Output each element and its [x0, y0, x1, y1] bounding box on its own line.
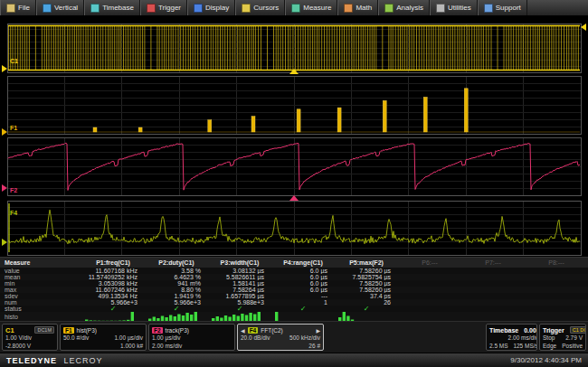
c1-label: C1 [5, 326, 14, 334]
measure-row: value11.607168 kHz3.58 %3.08132 µs6.0 µs… [0, 268, 588, 274]
measure-row: min3.053098 kHz941 m%1.58141 µs6.0 µs7.5… [0, 280, 588, 287]
histogram-sparkline [85, 312, 138, 321]
menu-analysis[interactable]: Analysis [378, 0, 430, 15]
menu-label: Math [356, 4, 372, 12]
menu-label: Measure [303, 4, 331, 12]
measure-row-label: status [0, 306, 81, 312]
measure-column-header: P2:duty(C1) [145, 258, 208, 268]
measure-value: 6.0 µs [271, 274, 335, 280]
measure-value: 7.58264 µs [208, 287, 271, 293]
measure-row: mean11.57409252 kHz6.4623 %5.5826611 µs6… [0, 274, 588, 280]
histogram-sparkline [338, 312, 391, 321]
menu-label: Trigger [158, 4, 181, 12]
trace-descriptor-f2[interactable]: F2 track(P3) 1.00 µs/div 2.00 ms/div [148, 324, 235, 351]
f1-vscale: 50.0 #/div [63, 334, 103, 343]
measure-status [461, 306, 525, 312]
menu-display[interactable]: Display [187, 0, 235, 15]
channel-descriptor-c1[interactable]: C1 DC1M 1.00 V/div -2.8000 V [2, 324, 58, 351]
math-icon [344, 4, 353, 13]
cursors-icon [242, 4, 251, 13]
measure-status: ✓ [81, 306, 145, 312]
f4-grid-label: F4 [10, 210, 17, 216]
trigger-slope: Positive [562, 343, 583, 351]
measure-value: 1.58141 µs [208, 280, 271, 287]
f1-function: hist(P3) [77, 327, 97, 334]
menu-bar: FileVerticalTimebaseTriggerDisplayCursor… [0, 0, 588, 16]
measure-column-header: P6:--- [398, 258, 461, 268]
measure-column-header: P3:width(C1) [208, 258, 271, 268]
measure-value: 11.607246 kHz [81, 287, 145, 293]
measure-value: 11.57409252 kHz [81, 274, 145, 280]
histogram-sparkline [148, 312, 201, 321]
trigger-level: 2.79 V [562, 334, 583, 343]
utilities-icon [436, 4, 445, 13]
measure-table: MeasureP1:freq(C1)P2:duty(C1)P3:width(C1… [0, 257, 588, 321]
trace-descriptor-f1[interactable]: F1 hist(P3) 50.0 #/div 1.00 µs/div 1.000… [60, 324, 147, 351]
grid-strip-f2 [7, 137, 581, 195]
trigger-panel[interactable]: Trigger C1 DC Stop 2.79 V Edge Positive [539, 324, 586, 351]
measure-row: num5.966e+35.966e+35.988e+3126 [0, 299, 588, 306]
measure-value: 5.988e+3 [208, 299, 271, 306]
measure-row: max11.607246 kHz8.80 %7.58264 µs6.0 µs7.… [0, 287, 588, 293]
menu-timebase[interactable]: Timebase [84, 0, 140, 15]
measure-value: --- [271, 293, 335, 299]
trigger-label: Trigger [543, 327, 564, 334]
datetime: 9/30/2012 4:40:34 PM [510, 356, 582, 364]
prev-trace-icon[interactable]: ◀ [241, 327, 245, 334]
measure-status [525, 306, 588, 312]
measure-value [398, 274, 461, 280]
menu-math[interactable]: Math [337, 0, 378, 15]
trace-descriptor-f4[interactable]: ◀ F4 FFT(C2) ▶ 20.0 dB/div 500 kHz/div 2… [237, 324, 324, 351]
brand-logo: TELEDYNE LECROY [6, 356, 103, 365]
menu-vertical[interactable]: Vertical [36, 0, 84, 15]
f4-offset-marker[interactable] [2, 239, 7, 246]
f1-grid-label: F1 [10, 125, 17, 131]
measure-value [398, 280, 461, 287]
measure-value [398, 293, 461, 299]
brand-lecroy: LECROY [64, 356, 103, 365]
measure-value [398, 268, 461, 274]
measure-status: ✓ [335, 306, 398, 312]
measure-value [461, 287, 525, 293]
measure-value [525, 293, 588, 299]
f2-offset-marker[interactable] [2, 184, 7, 192]
measure-row-label: min [0, 280, 81, 287]
trigger-level-marker[interactable] [581, 24, 586, 31]
measure-row: sdev499.13534 Hz1.9419 %1.6577895 µs---3… [0, 293, 588, 299]
menu-cursors[interactable]: Cursors [235, 0, 285, 15]
grid-strip-f4 [7, 201, 581, 255]
f1-offset-marker[interactable] [2, 128, 7, 136]
histogram-sparkline [275, 312, 327, 321]
measure-row-label: value [0, 268, 81, 274]
menu-utilities[interactable]: Utilities [430, 0, 478, 15]
measure-icon [291, 4, 300, 13]
measure-value: 499.13534 Hz [81, 293, 145, 299]
measure-value [461, 299, 525, 306]
menu-label: File [18, 4, 30, 12]
menu-trigger[interactable]: Trigger [140, 0, 187, 15]
measure-value: 6.0 µs [271, 287, 335, 293]
timebase-offset: 0.00 ms [524, 327, 537, 334]
timebase-icon [90, 4, 100, 13]
timebase-panel[interactable]: Timebase 0.00 ms 2.00 ms/div 2.5 MS 125 … [486, 324, 537, 351]
timebase-label: Timebase [489, 327, 518, 334]
f2-function: track(P3) [166, 327, 189, 334]
menu-label: Support [496, 4, 521, 12]
measure-value: 5.5826611 µs [208, 274, 271, 280]
trigger-source-badge: C1 DC [570, 326, 586, 334]
c1-offset-marker[interactable] [2, 65, 7, 72]
menu-support[interactable]: Support [478, 0, 527, 15]
c1-coupling-badge: DC1M [34, 326, 54, 334]
menu-label: Display [205, 4, 229, 12]
timebase-rate: 125 MS/s [508, 343, 537, 351]
f2-badge: F2 [152, 327, 163, 334]
scope-svg: C1F1F2F4 [0, 16, 588, 257]
next-trace-icon[interactable]: ▶ [316, 327, 320, 334]
measure-value [525, 299, 588, 306]
f2-trigger-time-marker[interactable] [289, 195, 299, 201]
menu-file[interactable]: File [0, 0, 36, 15]
trigger-mode: Stop [543, 334, 562, 343]
trigger-icon [147, 4, 156, 13]
menu-measure[interactable]: Measure [285, 0, 337, 15]
measure-value [461, 293, 525, 299]
